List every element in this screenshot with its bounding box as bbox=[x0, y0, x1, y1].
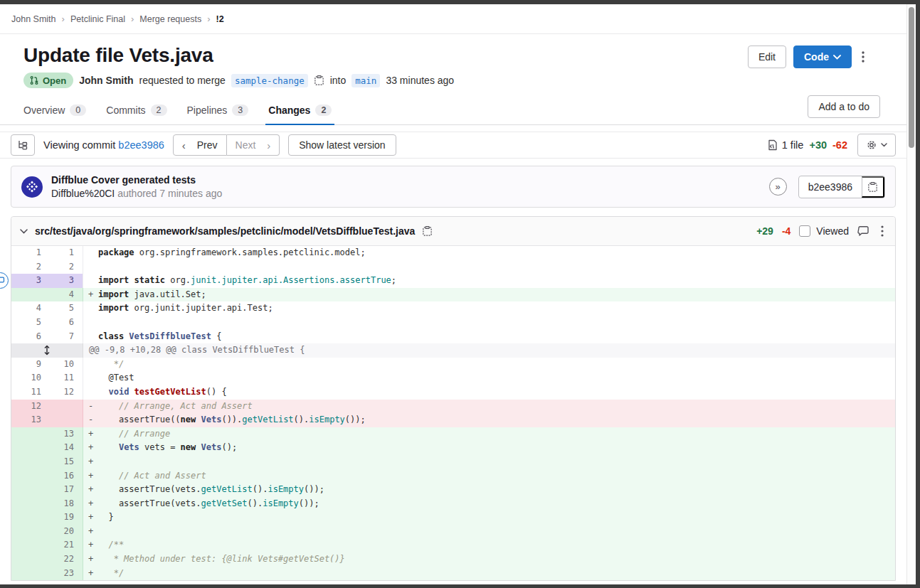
plain: assertTrue(vets. bbox=[98, 484, 201, 494]
tab-commits[interactable]: Commits2 bbox=[106, 105, 166, 124]
old-line-number[interactable]: 3 bbox=[11, 274, 50, 288]
file-tree-toggle-button[interactable] bbox=[11, 134, 35, 156]
new-line-number[interactable]: 15 bbox=[50, 455, 83, 469]
new-line-number[interactable]: 4 bbox=[50, 288, 83, 302]
copy-commit-sha-button[interactable] bbox=[862, 176, 884, 198]
more-actions-button[interactable] bbox=[859, 51, 867, 63]
mr-tabs: Overview0Commits2Pipelines3Changes2 Add … bbox=[0, 98, 906, 125]
old-line-number[interactable]: 9 bbox=[11, 358, 50, 372]
copy-branch-button[interactable] bbox=[314, 75, 324, 86]
copy-icon bbox=[422, 225, 433, 237]
target-branch[interactable]: main bbox=[351, 74, 380, 87]
line-comment-indicator[interactable] bbox=[0, 272, 9, 289]
new-line-number[interactable]: 2 bbox=[50, 260, 83, 274]
new-line-number[interactable]: 3 bbox=[50, 274, 83, 288]
keyword: new bbox=[181, 415, 196, 424]
new-line-number[interactable]: 16 bbox=[50, 469, 83, 483]
old-line-number[interactable] bbox=[11, 538, 50, 552]
old-line-number[interactable] bbox=[11, 441, 50, 455]
old-line-number[interactable] bbox=[11, 567, 50, 581]
new-line-number[interactable]: 18 bbox=[50, 497, 83, 511]
new-line-number[interactable]: 10 bbox=[50, 358, 83, 372]
expand-lines-button[interactable] bbox=[11, 343, 83, 358]
commit-author[interactable]: Diffblue%20CI bbox=[51, 188, 115, 199]
avatar[interactable] bbox=[21, 176, 43, 198]
edit-button[interactable]: Edit bbox=[748, 46, 786, 68]
source-branch[interactable]: sample-change bbox=[231, 74, 308, 87]
code-text: // Arrange, Act and Assert bbox=[98, 400, 895, 414]
old-line-number[interactable] bbox=[11, 455, 50, 469]
old-line-number[interactable]: 1 bbox=[11, 246, 50, 260]
old-line-number[interactable] bbox=[11, 497, 50, 511]
old-line-number[interactable]: 2 bbox=[11, 260, 50, 274]
old-line-number[interactable]: 5 bbox=[11, 316, 50, 330]
prev-label: Prev bbox=[197, 139, 218, 151]
type-keyword: void bbox=[108, 387, 129, 397]
viewing-commit-sha-link[interactable]: b2ee3986 bbox=[118, 139, 164, 151]
new-line-number[interactable]: 7 bbox=[50, 330, 83, 344]
old-line-number[interactable]: 6 bbox=[11, 330, 50, 344]
prev-commit-button[interactable]: ‹ Prev bbox=[173, 134, 227, 156]
breadcrumb-item[interactable]: Petclinic Final bbox=[70, 14, 125, 24]
old-line-number[interactable] bbox=[11, 552, 50, 567]
add-todo-button[interactable]: Add a to do bbox=[808, 95, 880, 118]
merge-request-icon bbox=[29, 75, 39, 85]
new-line-number[interactable]: 19 bbox=[50, 511, 83, 525]
breadcrumb-item[interactable]: John Smith bbox=[11, 14, 56, 24]
new-line-number[interactable] bbox=[50, 400, 83, 414]
new-line-number[interactable]: 23 bbox=[50, 567, 83, 581]
diff-settings-button[interactable] bbox=[857, 134, 896, 156]
copy-file-path-button[interactable] bbox=[422, 225, 433, 237]
new-line-number[interactable]: 21 bbox=[50, 538, 83, 552]
next-commit-button[interactable]: Next › bbox=[227, 134, 280, 156]
tab-overview[interactable]: Overview0 bbox=[23, 105, 86, 124]
diff-sign bbox=[83, 358, 98, 372]
new-line-number[interactable]: 11 bbox=[50, 371, 83, 385]
new-line-number[interactable]: 20 bbox=[50, 525, 83, 539]
new-line-number[interactable]: 5 bbox=[50, 301, 83, 316]
old-line-number[interactable] bbox=[11, 288, 50, 302]
new-line-number[interactable]: 6 bbox=[50, 316, 83, 330]
diff-sign: - bbox=[83, 400, 98, 414]
code-cell: import org.junit.jupiter.api.Test; bbox=[83, 301, 895, 316]
new-line-number[interactable]: 13 bbox=[50, 427, 83, 442]
vertical-scrollbar[interactable] bbox=[906, 4, 916, 584]
code-cell: + bbox=[83, 455, 895, 469]
diff-sign: + bbox=[83, 525, 98, 539]
breadcrumb-item[interactable]: !2 bbox=[216, 14, 224, 24]
expand-commit-details-button[interactable]: » bbox=[769, 178, 787, 196]
breadcrumb-item[interactable]: Merge requests bbox=[139, 14, 201, 24]
old-line-number[interactable] bbox=[11, 525, 50, 539]
new-line-number[interactable]: 12 bbox=[50, 385, 83, 400]
old-line-number[interactable]: 13 bbox=[11, 413, 50, 427]
new-line-number[interactable]: 22 bbox=[50, 552, 83, 567]
code-text: class VetsDiffblueTest { bbox=[98, 330, 895, 344]
old-line-number[interactable]: 12 bbox=[11, 400, 50, 414]
file-path[interactable]: src/test/java/org/springframework/sample… bbox=[35, 225, 415, 237]
old-line-number[interactable] bbox=[11, 483, 50, 497]
new-line-number[interactable] bbox=[50, 413, 83, 427]
code-button[interactable]: Code bbox=[793, 46, 852, 68]
code-cell: */ bbox=[83, 358, 895, 372]
commit-title[interactable]: Diffblue Cover generated tests bbox=[51, 174, 222, 186]
viewed-checkbox[interactable] bbox=[799, 225, 810, 237]
old-line-number[interactable]: 4 bbox=[11, 301, 50, 316]
old-line-number[interactable] bbox=[11, 511, 50, 525]
file-comment-button[interactable] bbox=[857, 225, 869, 237]
code-cell: + } bbox=[83, 511, 895, 525]
tab-pipelines[interactable]: Pipelines3 bbox=[187, 105, 249, 124]
old-line-number[interactable] bbox=[11, 427, 50, 442]
diff-sign bbox=[83, 385, 98, 400]
old-line-number[interactable] bbox=[11, 469, 50, 483]
mr-author[interactable]: John Smith bbox=[79, 75, 133, 86]
new-line-number[interactable]: 14 bbox=[50, 441, 83, 455]
old-line-number[interactable]: 11 bbox=[11, 385, 50, 400]
scrollbar-thumb[interactable] bbox=[909, 7, 914, 148]
show-latest-version-button[interactable]: Show latest version bbox=[288, 134, 396, 156]
new-line-number[interactable]: 17 bbox=[50, 483, 83, 497]
file-options-button[interactable] bbox=[878, 225, 887, 237]
chevron-down-icon[interactable] bbox=[20, 229, 28, 234]
tab-changes[interactable]: Changes2 bbox=[268, 105, 332, 124]
old-line-number[interactable]: 10 bbox=[11, 371, 50, 385]
new-line-number[interactable]: 1 bbox=[50, 246, 83, 260]
